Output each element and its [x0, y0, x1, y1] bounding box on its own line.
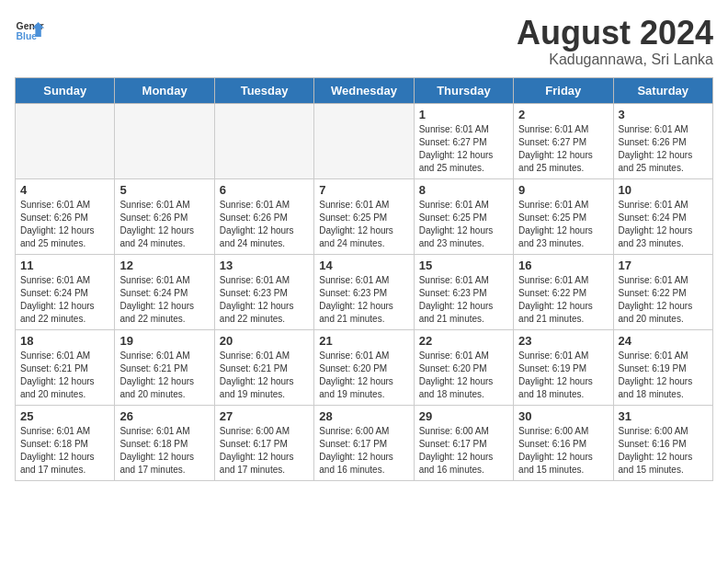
calendar-cell: 5Sunrise: 6:01 AM Sunset: 6:26 PM Daylig… [115, 178, 214, 254]
day-info: Sunrise: 6:01 AM Sunset: 6:20 PM Dayligh… [419, 350, 508, 401]
day-number: 26 [119, 409, 209, 423]
day-number: 31 [619, 409, 708, 423]
day-info: Sunrise: 6:01 AM Sunset: 6:22 PM Dayligh… [619, 274, 708, 326]
day-number: 29 [419, 409, 508, 423]
calendar-cell: 21Sunrise: 6:01 AM Sunset: 6:20 PM Dayli… [314, 329, 414, 405]
week-row-3: 11Sunrise: 6:01 AM Sunset: 6:24 PM Dayli… [16, 254, 713, 329]
calendar-cell: 26Sunrise: 6:01 AM Sunset: 6:18 PM Dayli… [115, 405, 214, 480]
week-row-1: 1Sunrise: 6:01 AM Sunset: 6:27 PM Daylig… [16, 103, 713, 178]
day-number: 25 [20, 409, 109, 423]
day-number: 21 [319, 334, 408, 348]
calendar-cell: 20Sunrise: 6:01 AM Sunset: 6:21 PM Dayli… [214, 329, 313, 405]
calendar-cell: 7Sunrise: 6:01 AM Sunset: 6:25 PM Daylig… [314, 178, 414, 254]
day-number: 7 [319, 183, 408, 197]
day-number: 10 [619, 183, 708, 197]
day-info: Sunrise: 6:01 AM Sunset: 6:23 PM Dayligh… [419, 274, 508, 326]
calendar-cell: 28Sunrise: 6:00 AM Sunset: 6:17 PM Dayli… [314, 405, 414, 480]
day-number: 24 [619, 334, 708, 348]
calendar-cell [214, 103, 313, 178]
calendar-cell [16, 103, 115, 178]
calendar-cell: 31Sunrise: 6:00 AM Sunset: 6:16 PM Dayli… [613, 405, 712, 480]
calendar-cell: 25Sunrise: 6:01 AM Sunset: 6:18 PM Dayli… [16, 405, 115, 480]
calendar-cell: 10Sunrise: 6:01 AM Sunset: 6:24 PM Dayli… [613, 178, 712, 254]
day-info: Sunrise: 6:01 AM Sunset: 6:20 PM Dayligh… [319, 350, 408, 401]
calendar-cell: 2Sunrise: 6:01 AM Sunset: 6:27 PM Daylig… [514, 103, 613, 178]
day-info: Sunrise: 6:01 AM Sunset: 6:21 PM Dayligh… [220, 350, 309, 401]
day-number: 12 [119, 259, 209, 272]
calendar-cell: 8Sunrise: 6:01 AM Sunset: 6:25 PM Daylig… [414, 178, 513, 254]
day-number: 17 [619, 259, 708, 272]
calendar-cell: 22Sunrise: 6:01 AM Sunset: 6:20 PM Dayli… [414, 329, 513, 405]
weekday-header-tuesday: Tuesday [214, 77, 313, 103]
day-info: Sunrise: 6:00 AM Sunset: 6:17 PM Dayligh… [319, 425, 408, 477]
day-number: 4 [20, 183, 109, 197]
weekday-header-row: SundayMondayTuesdayWednesdayThursdayFrid… [16, 77, 713, 103]
day-number: 30 [518, 409, 608, 423]
calendar-cell: 3Sunrise: 6:01 AM Sunset: 6:26 PM Daylig… [613, 103, 712, 178]
day-info: Sunrise: 6:00 AM Sunset: 6:16 PM Dayligh… [518, 425, 608, 477]
calendar-cell: 19Sunrise: 6:01 AM Sunset: 6:21 PM Dayli… [115, 329, 214, 405]
weekday-header-sunday: Sunday [16, 77, 115, 103]
calendar-cell: 13Sunrise: 6:01 AM Sunset: 6:23 PM Dayli… [214, 254, 313, 329]
day-number: 16 [518, 259, 608, 272]
day-info: Sunrise: 6:01 AM Sunset: 6:24 PM Dayligh… [119, 274, 209, 326]
day-number: 20 [220, 334, 309, 348]
day-number: 27 [220, 409, 309, 423]
calendar-cell: 4Sunrise: 6:01 AM Sunset: 6:26 PM Daylig… [16, 178, 115, 254]
day-info: Sunrise: 6:01 AM Sunset: 6:18 PM Dayligh… [119, 425, 209, 477]
day-number: 5 [119, 183, 209, 197]
day-info: Sunrise: 6:01 AM Sunset: 6:18 PM Dayligh… [20, 425, 109, 477]
calendar-cell: 11Sunrise: 6:01 AM Sunset: 6:24 PM Dayli… [16, 254, 115, 329]
day-info: Sunrise: 6:01 AM Sunset: 6:25 PM Dayligh… [419, 199, 508, 250]
calendar-cell [115, 103, 214, 178]
calendar-cell: 23Sunrise: 6:01 AM Sunset: 6:19 PM Dayli… [514, 329, 613, 405]
day-info: Sunrise: 6:01 AM Sunset: 6:26 PM Dayligh… [220, 199, 309, 250]
page-header: General Blue August 2024 Kadugannawa, Sr… [15, 15, 713, 68]
day-info: Sunrise: 6:01 AM Sunset: 6:21 PM Dayligh… [119, 350, 209, 401]
weekday-header-monday: Monday [115, 77, 214, 103]
day-info: Sunrise: 6:01 AM Sunset: 6:21 PM Dayligh… [20, 350, 109, 401]
day-number: 13 [220, 259, 309, 272]
calendar-cell: 15Sunrise: 6:01 AM Sunset: 6:23 PM Dayli… [414, 254, 513, 329]
day-number: 9 [518, 183, 608, 197]
calendar-cell: 18Sunrise: 6:01 AM Sunset: 6:21 PM Dayli… [16, 329, 115, 405]
day-info: Sunrise: 6:01 AM Sunset: 6:25 PM Dayligh… [319, 199, 408, 250]
calendar-cell: 16Sunrise: 6:01 AM Sunset: 6:22 PM Dayli… [514, 254, 613, 329]
day-info: Sunrise: 6:01 AM Sunset: 6:24 PM Dayligh… [619, 199, 708, 250]
day-number: 18 [20, 334, 109, 348]
calendar-cell: 9Sunrise: 6:01 AM Sunset: 6:25 PM Daylig… [514, 178, 613, 254]
day-info: Sunrise: 6:01 AM Sunset: 6:27 PM Dayligh… [419, 123, 508, 175]
day-number: 3 [619, 108, 708, 121]
day-info: Sunrise: 6:00 AM Sunset: 6:17 PM Dayligh… [220, 425, 309, 477]
day-info: Sunrise: 6:01 AM Sunset: 6:22 PM Dayligh… [518, 274, 608, 326]
calendar-cell: 17Sunrise: 6:01 AM Sunset: 6:22 PM Dayli… [613, 254, 712, 329]
day-number: 6 [220, 183, 309, 197]
day-info: Sunrise: 6:01 AM Sunset: 6:26 PM Dayligh… [619, 123, 708, 175]
weekday-header-saturday: Saturday [613, 77, 712, 103]
svg-text:Blue: Blue [17, 31, 38, 41]
day-number: 8 [419, 183, 508, 197]
calendar-cell [314, 103, 414, 178]
week-row-4: 18Sunrise: 6:01 AM Sunset: 6:21 PM Dayli… [16, 329, 713, 405]
day-number: 22 [419, 334, 508, 348]
calendar-cell: 24Sunrise: 6:01 AM Sunset: 6:19 PM Dayli… [613, 329, 712, 405]
day-number: 19 [119, 334, 209, 348]
calendar-cell: 14Sunrise: 6:01 AM Sunset: 6:23 PM Dayli… [314, 254, 414, 329]
calendar-cell: 1Sunrise: 6:01 AM Sunset: 6:27 PM Daylig… [414, 103, 513, 178]
day-info: Sunrise: 6:01 AM Sunset: 6:23 PM Dayligh… [220, 274, 309, 326]
day-info: Sunrise: 6:00 AM Sunset: 6:17 PM Dayligh… [419, 425, 508, 477]
calendar-cell: 12Sunrise: 6:01 AM Sunset: 6:24 PM Dayli… [115, 254, 214, 329]
calendar-table: SundayMondayTuesdayWednesdayThursdayFrid… [15, 77, 713, 481]
day-info: Sunrise: 6:01 AM Sunset: 6:25 PM Dayligh… [518, 199, 608, 250]
logo: General Blue [15, 15, 44, 44]
day-info: Sunrise: 6:01 AM Sunset: 6:19 PM Dayligh… [619, 350, 708, 401]
day-number: 23 [518, 334, 608, 348]
weekday-header-thursday: Thursday [414, 77, 513, 103]
calendar-cell: 29Sunrise: 6:00 AM Sunset: 6:17 PM Dayli… [414, 405, 513, 480]
day-number: 28 [319, 409, 408, 423]
month-title: August 2024 [517, 15, 713, 52]
day-info: Sunrise: 6:01 AM Sunset: 6:27 PM Dayligh… [518, 123, 608, 175]
weekday-header-friday: Friday [514, 77, 613, 103]
day-number: 14 [319, 259, 408, 272]
day-info: Sunrise: 6:01 AM Sunset: 6:19 PM Dayligh… [518, 350, 608, 401]
